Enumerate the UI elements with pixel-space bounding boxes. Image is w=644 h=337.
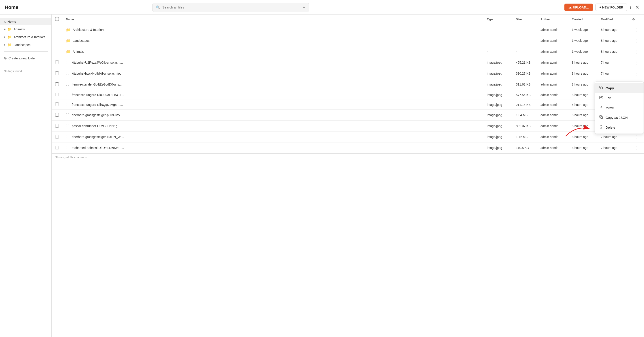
row-checkbox-cell [52,90,62,100]
file-name: ⛶ francesco-ungaro-RkGUx3H1-B4-u.... [66,93,480,97]
home-icon: ⌂ [4,20,6,23]
context-menu-edit[interactable]: Edit [595,93,644,103]
table-row: 📁 Landscapes --admin admin1 week ago8 ho… [52,35,644,46]
grid-view-icon[interactable]: ⁝⁝ [630,5,632,10]
content-area: Name Type Size Author Created [52,14,644,337]
sidebar-home-label: Home [8,20,16,23]
search-icon: 🔍 [156,5,160,9]
th-size[interactable]: Size [512,14,537,24]
row-checkbox[interactable] [55,124,59,127]
context-menu-copy-json[interactable]: Copy as JSON [595,113,644,122]
row-filename: francesco-ungaro-RkGUx3H1-B4-u.... [72,93,124,97]
row-menu-button[interactable]: ⋮ [632,134,640,140]
file-table: Name Type Size Author Created [52,14,644,153]
row-name-cell: 📁 Architecture & Interiors [62,24,483,35]
th-author[interactable]: Author [537,14,568,24]
th-checkbox [52,14,62,24]
row-modified-cell: 7 hou... [597,68,628,79]
copy-icon [599,86,603,90]
row-author-cell: admin admin [537,90,568,100]
sidebar-divider-2 [4,65,48,65]
row-menu-button[interactable]: ⋮ [632,144,640,151]
sidebar-item-architecture[interactable]: ▶ 📁 Architecture & Interiors [0,33,52,41]
file-name: ⛶ eberhard-grossgasteiger-HXHzI_W.... [66,135,480,139]
expand-arrow-icon: ▶ [4,35,6,38]
row-type-cell: - [483,46,512,57]
context-menu-copy[interactable]: Copy [595,83,644,93]
row-checkbox[interactable] [55,60,59,64]
image-icon: ⛶ [66,93,70,97]
row-type-cell: image/jpeg [483,68,512,79]
th-created[interactable]: Created [568,14,597,24]
row-actions-cell: ⋮ [628,57,644,68]
row-actions-cell: ⋮ [628,35,644,46]
row-created-cell: 8 hours ago [568,121,597,132]
table-row: ⛶ kitzbuhel-bwcxNg8dkiI-unsplash.jpg ima… [52,68,644,79]
row-filename[interactable]: Landscapes [73,39,90,42]
row-menu-button[interactable]: ⋮ [632,48,640,55]
row-name-cell: 📁 Animals [62,46,483,57]
row-created-cell: 8 hours ago [568,68,597,79]
row-checkbox-cell [52,24,62,35]
close-icon[interactable]: ✕ [635,4,639,10]
row-author-cell: admin admin [537,132,568,142]
row-author-cell: admin admin [537,68,568,79]
row-menu-button[interactable]: ⋮ [632,37,640,44]
row-filename[interactable]: Animals [73,50,84,53]
row-checkbox-cell [52,46,62,57]
sidebar-item-animals[interactable]: ▶ 📁 Animals [0,25,52,33]
sidebar-label-landscapes: Landscapes [14,43,30,47]
row-checkbox-cell [52,142,62,153]
context-menu-delete[interactable]: Delete [595,122,644,132]
th-type[interactable]: Type [483,14,512,24]
create-folder-button[interactable]: ⊕ Create a new folder [0,54,52,62]
row-created-cell: 8 hours ago [568,57,597,68]
row-checkbox[interactable] [55,82,59,86]
th-modified[interactable]: Modified ↓ [597,14,628,24]
folder-icon: 📁 [8,35,12,39]
select-all-checkbox[interactable] [55,17,59,21]
header-actions: ☁ UPLOAD... + NEW FOLDER ⁝⁝ ✕ [564,3,639,11]
row-checkbox[interactable] [55,146,59,149]
row-author-cell: admin admin [537,100,568,110]
upload-button[interactable]: ☁ UPLOAD... [564,3,593,11]
new-folder-button[interactable]: + NEW FOLDER [596,3,627,11]
copy-label: Copy [606,86,614,90]
row-menu-button[interactable]: ⋮ [632,59,640,66]
row-filename: eberhard-grossgasteiger-HXHzI_W.... [72,135,124,139]
image-icon: ⛶ [66,71,70,75]
sidebar-item-landscapes[interactable]: ▶ 📁 Landscapes [0,41,52,49]
row-filename[interactable]: Architecture & Interiors [73,28,104,31]
row-checkbox[interactable] [55,71,59,75]
search-input[interactable] [162,5,300,9]
row-name-cell: ⛶ kitzbuhel-U2Reza4WCtk-unsplash.... [62,57,483,68]
folder-icon: 📁 [66,28,70,32]
row-checkbox[interactable] [55,135,59,138]
row-created-cell: 8 hours ago [568,132,597,142]
filter-icon[interactable]: △ [302,5,306,10]
row-checkbox-cell [52,79,62,90]
row-checkbox[interactable] [55,102,59,106]
row-checkbox[interactable] [55,113,59,117]
page-title: Home [5,4,22,10]
row-menu-button[interactable]: ⋮ [632,70,640,77]
row-name-cell: ⛶ pascal-debrunner-O-MG9HpNKgI-.... [62,121,483,132]
table-row: ⛶ francesco-ungaro-NilBQqD1Vg8-u.... ima… [52,100,644,110]
folder-icon: 📁 [66,49,70,54]
row-modified-cell: 8 hours ago [597,46,628,57]
row-checkbox[interactable] [55,93,59,96]
context-menu-move[interactable]: Move [595,103,644,113]
image-icon: ⛶ [66,60,70,64]
move-icon [599,105,603,110]
row-actions-cell: ⋮ [628,24,644,35]
table-row: ⛶ eberhard-grossgasteiger-HXHzI_W.... im… [52,132,644,142]
row-filename: kitzbuhel-bwcxNg8dkiI-unsplash.jpg [72,72,122,75]
image-icon: ⛶ [66,82,70,86]
th-name[interactable]: Name [62,14,483,24]
column-settings-icon[interactable]: ⚙ [632,18,635,21]
image-icon: ⛶ [66,135,70,139]
sidebar-divider [4,51,48,52]
sidebar-item-home[interactable]: ⌂ Home [0,18,52,25]
row-author-cell: admin admin [537,121,568,132]
row-menu-button[interactable]: ⋮ [632,26,640,33]
